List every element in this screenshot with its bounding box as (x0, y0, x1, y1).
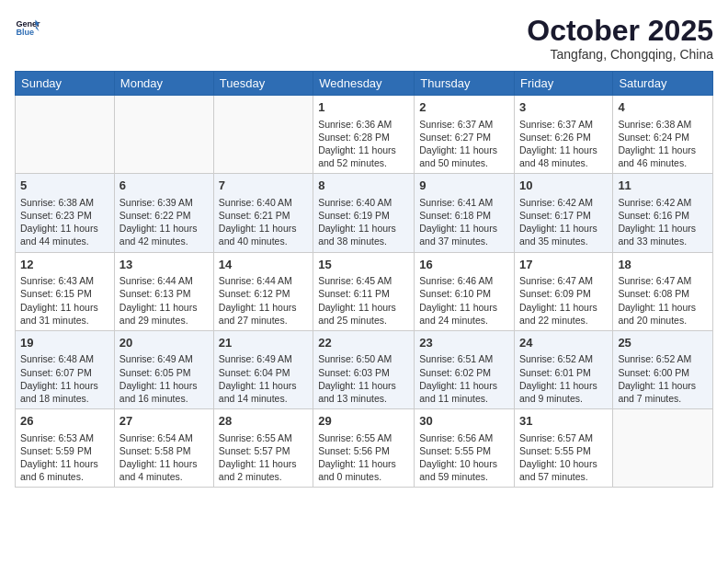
calendar-cell: 24Sunrise: 6:52 AM Sunset: 6:01 PM Dayli… (515, 330, 613, 408)
day-number: 7 (219, 178, 308, 194)
day-info: Sunrise: 6:42 AM Sunset: 6:16 PM Dayligh… (618, 197, 696, 247)
day-info: Sunrise: 6:51 AM Sunset: 6:02 PM Dayligh… (419, 353, 497, 404)
calendar-cell: 10Sunrise: 6:42 AM Sunset: 6:17 PM Dayli… (515, 174, 613, 252)
logo: General Blue (15, 15, 40, 40)
calendar-cell: 30Sunrise: 6:56 AM Sunset: 5:55 PM Dayli… (415, 409, 515, 488)
calendar-cell: 19Sunrise: 6:48 AM Sunset: 6:07 PM Dayli… (16, 330, 115, 408)
location: Tangfang, Chongqing, China (527, 47, 713, 62)
day-number: 22 (318, 335, 409, 351)
day-number: 21 (219, 335, 308, 351)
day-info: Sunrise: 6:44 AM Sunset: 6:12 PM Dayligh… (219, 275, 297, 326)
calendar-cell (16, 96, 115, 174)
day-number: 29 (318, 413, 409, 430)
day-info: Sunrise: 6:38 AM Sunset: 6:23 PM Dayligh… (20, 197, 98, 247)
col-friday: Friday (515, 72, 613, 96)
calendar-table: Sunday Monday Tuesday Wednesday Thursday… (15, 71, 713, 488)
day-number: 12 (20, 257, 109, 273)
col-sunday: Sunday (16, 72, 115, 96)
calendar-cell: 23Sunrise: 6:51 AM Sunset: 6:02 PM Dayli… (415, 330, 515, 408)
day-info: Sunrise: 6:39 AM Sunset: 6:22 PM Dayligh… (119, 197, 198, 247)
day-number: 15 (318, 257, 409, 273)
calendar-week-row: 19Sunrise: 6:48 AM Sunset: 6:07 PM Dayli… (16, 330, 713, 408)
day-info: Sunrise: 6:42 AM Sunset: 6:17 PM Dayligh… (519, 197, 597, 247)
day-info: Sunrise: 6:52 AM Sunset: 6:00 PM Dayligh… (618, 353, 696, 404)
day-number: 26 (20, 413, 109, 430)
day-number: 14 (219, 257, 308, 273)
calendar-cell (114, 96, 213, 174)
calendar-cell: 20Sunrise: 6:49 AM Sunset: 6:05 PM Dayli… (114, 330, 213, 408)
calendar-cell (613, 409, 713, 488)
day-number: 9 (419, 178, 509, 194)
calendar-cell: 28Sunrise: 6:55 AM Sunset: 5:57 PM Dayli… (213, 409, 313, 488)
calendar-cell: 21Sunrise: 6:49 AM Sunset: 6:04 PM Dayli… (213, 330, 313, 408)
col-thursday: Thursday (415, 72, 515, 96)
calendar-cell: 11Sunrise: 6:42 AM Sunset: 6:16 PM Dayli… (613, 174, 713, 252)
day-info: Sunrise: 6:36 AM Sunset: 6:28 PM Dayligh… (318, 119, 396, 169)
calendar-cell: 12Sunrise: 6:43 AM Sunset: 6:15 PM Dayli… (16, 252, 115, 330)
calendar-cell: 18Sunrise: 6:47 AM Sunset: 6:08 PM Dayli… (613, 252, 713, 330)
day-number: 11 (618, 178, 708, 194)
logo-icon: General Blue (15, 15, 40, 40)
calendar-cell: 29Sunrise: 6:55 AM Sunset: 5:56 PM Dayli… (313, 409, 415, 488)
day-info: Sunrise: 6:47 AM Sunset: 6:08 PM Dayligh… (618, 275, 696, 326)
day-number: 5 (20, 178, 109, 194)
day-number: 3 (519, 99, 608, 116)
day-info: Sunrise: 6:44 AM Sunset: 6:13 PM Dayligh… (119, 275, 198, 326)
calendar-cell: 15Sunrise: 6:45 AM Sunset: 6:11 PM Dayli… (313, 252, 415, 330)
day-info: Sunrise: 6:56 AM Sunset: 5:55 PM Dayligh… (419, 432, 497, 483)
day-info: Sunrise: 6:46 AM Sunset: 6:10 PM Dayligh… (419, 275, 497, 326)
day-info: Sunrise: 6:40 AM Sunset: 6:19 PM Dayligh… (318, 197, 396, 247)
calendar-week-row: 1Sunrise: 6:36 AM Sunset: 6:28 PM Daylig… (16, 96, 713, 174)
day-number: 25 (618, 335, 708, 351)
day-info: Sunrise: 6:52 AM Sunset: 6:01 PM Dayligh… (519, 353, 597, 404)
calendar-cell: 3Sunrise: 6:37 AM Sunset: 6:26 PM Daylig… (515, 96, 613, 174)
header-row: Sunday Monday Tuesday Wednesday Thursday… (16, 72, 713, 96)
calendar-cell: 31Sunrise: 6:57 AM Sunset: 5:55 PM Dayli… (515, 409, 613, 488)
col-saturday: Saturday (613, 72, 713, 96)
day-info: Sunrise: 6:50 AM Sunset: 6:03 PM Dayligh… (318, 353, 396, 404)
calendar-week-row: 26Sunrise: 6:53 AM Sunset: 5:59 PM Dayli… (16, 409, 713, 488)
day-info: Sunrise: 6:49 AM Sunset: 6:04 PM Dayligh… (219, 353, 297, 404)
day-number: 28 (219, 413, 308, 430)
day-info: Sunrise: 6:37 AM Sunset: 6:27 PM Dayligh… (419, 119, 497, 169)
day-info: Sunrise: 6:57 AM Sunset: 5:55 PM Dayligh… (519, 432, 597, 483)
day-number: 17 (519, 257, 608, 273)
day-number: 18 (618, 257, 708, 273)
calendar-cell: 5Sunrise: 6:38 AM Sunset: 6:23 PM Daylig… (16, 174, 115, 252)
calendar-cell: 13Sunrise: 6:44 AM Sunset: 6:13 PM Dayli… (114, 252, 213, 330)
calendar-cell: 1Sunrise: 6:36 AM Sunset: 6:28 PM Daylig… (313, 96, 415, 174)
day-number: 2 (419, 99, 509, 116)
calendar-cell: 7Sunrise: 6:40 AM Sunset: 6:21 PM Daylig… (213, 174, 313, 252)
calendar-cell: 8Sunrise: 6:40 AM Sunset: 6:19 PM Daylig… (313, 174, 415, 252)
calendar-cell: 4Sunrise: 6:38 AM Sunset: 6:24 PM Daylig… (613, 96, 713, 174)
day-info: Sunrise: 6:40 AM Sunset: 6:21 PM Dayligh… (219, 197, 297, 247)
day-info: Sunrise: 6:45 AM Sunset: 6:11 PM Dayligh… (318, 275, 396, 326)
calendar-week-row: 5Sunrise: 6:38 AM Sunset: 6:23 PM Daylig… (16, 174, 713, 252)
day-number: 23 (419, 335, 509, 351)
calendar-cell: 16Sunrise: 6:46 AM Sunset: 6:10 PM Dayli… (415, 252, 515, 330)
calendar-cell: 27Sunrise: 6:54 AM Sunset: 5:58 PM Dayli… (114, 409, 213, 488)
day-number: 1 (318, 99, 409, 116)
day-info: Sunrise: 6:53 AM Sunset: 5:59 PM Dayligh… (20, 432, 98, 483)
day-info: Sunrise: 6:55 AM Sunset: 5:57 PM Dayligh… (219, 432, 297, 483)
calendar-cell: 9Sunrise: 6:41 AM Sunset: 6:18 PM Daylig… (415, 174, 515, 252)
title-block: October 2025 Tangfang, Chongqing, China (527, 15, 713, 62)
day-info: Sunrise: 6:49 AM Sunset: 6:05 PM Dayligh… (119, 353, 198, 404)
day-number: 30 (419, 413, 509, 430)
day-number: 8 (318, 178, 409, 194)
day-number: 24 (519, 335, 608, 351)
calendar-cell: 2Sunrise: 6:37 AM Sunset: 6:27 PM Daylig… (415, 96, 515, 174)
day-number: 13 (119, 257, 209, 273)
col-monday: Monday (114, 72, 213, 96)
day-info: Sunrise: 6:47 AM Sunset: 6:09 PM Dayligh… (519, 275, 597, 326)
day-info: Sunrise: 6:55 AM Sunset: 5:56 PM Dayligh… (318, 432, 396, 483)
day-number: 31 (519, 413, 608, 430)
day-number: 4 (618, 99, 708, 116)
calendar-cell: 6Sunrise: 6:39 AM Sunset: 6:22 PM Daylig… (114, 174, 213, 252)
calendar-cell: 26Sunrise: 6:53 AM Sunset: 5:59 PM Dayli… (16, 409, 115, 488)
day-number: 20 (119, 335, 209, 351)
day-number: 6 (119, 178, 209, 194)
calendar-cell (213, 96, 313, 174)
day-number: 16 (419, 257, 509, 273)
day-number: 19 (20, 335, 109, 351)
